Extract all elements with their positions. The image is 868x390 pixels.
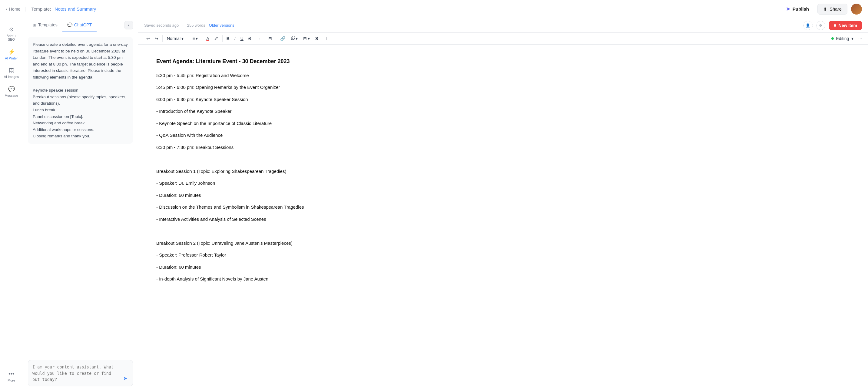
share-button[interactable]: ⬆ Share (817, 4, 847, 15)
editing-section[interactable]: Editing ▾ ··· (831, 36, 862, 41)
format-toolbar: ↩ ↪ Normal ▾ ≡ ▾ A 🖊 B (138, 33, 868, 45)
top-bar-left: ‹ Home | Template: Notes and Summary (6, 6, 96, 12)
more-format-button[interactable]: ☐ (321, 34, 330, 43)
editor-line: 6:30 pm - 7:30 pm: Breakout Sessions (156, 143, 850, 151)
meta-separator: · (182, 23, 184, 28)
text-color-icon: A (206, 36, 209, 41)
sidebar: ⊙ Brief + SEO ⚡ AI Writer 🖼 AI Images 💬 … (0, 18, 23, 390)
bullet-list-button[interactable]: ≔ (257, 34, 266, 43)
chevron-left-icon: ‹ (6, 7, 7, 11)
editor-line: - Duration: 60 minutes (156, 263, 850, 271)
editor-area: Saved seconds ago · 255 words Older vers… (138, 18, 868, 390)
align-chevron: ▾ (196, 36, 198, 41)
new-item-label: New Item (839, 23, 857, 28)
link-button[interactable]: 🔗 (278, 34, 287, 43)
top-bar: ‹ Home | Template: Notes and Summary ➤ P… (0, 0, 868, 18)
new-item-button[interactable]: New Item (829, 21, 862, 30)
underline-button[interactable]: U (238, 34, 246, 43)
templates-tab-icon: ⊞ (33, 23, 36, 27)
highlight-icon: 🖊 (214, 36, 218, 41)
editing-dot (831, 37, 834, 40)
toolbar-sep-4 (222, 35, 223, 42)
sidebar-item-label: AI Writer (5, 56, 18, 60)
toolbar-sep-1 (162, 35, 163, 42)
editing-label: Editing (836, 36, 849, 41)
italic-icon: I (235, 36, 236, 41)
ordered-list-icon: ⊟ (268, 36, 272, 41)
sidebar-item-ai-writer[interactable]: ⚡ AI Writer (1, 46, 22, 63)
chat-message: Please create a detailed event agenda fo… (28, 37, 133, 144)
underline-icon: U (241, 36, 244, 41)
panel-content: Please create a detailed event agenda fo… (23, 32, 138, 356)
send-icon: ➤ (123, 376, 127, 381)
table-dropdown[interactable]: ⊞ ▾ (301, 34, 312, 43)
strikethrough-button[interactable]: S (246, 34, 253, 43)
sidebar-item-ai-images[interactable]: 🖼 AI Images (1, 64, 22, 82)
user-icon: 👤 (806, 23, 810, 28)
chat-input[interactable] (32, 364, 120, 383)
editor-line: - Duration: 60 minutes (156, 191, 850, 199)
align-icon: ≡ (192, 36, 195, 41)
strikethrough-icon: S (248, 36, 251, 41)
older-versions-link[interactable]: Older versions (209, 23, 235, 28)
text-color-button[interactable]: A (204, 34, 211, 43)
editor-line: 6:00 pm - 6:30 pm: Keynote Speaker Sessi… (156, 95, 850, 104)
editor-line: Breakout Session 2 (Topic: Unraveling Ja… (156, 239, 850, 247)
ai-writer-icon: ⚡ (8, 49, 15, 55)
align-dropdown[interactable]: ≡ ▾ (190, 34, 200, 43)
chat-message-text: Please create a detailed event agenda fo… (33, 42, 128, 138)
tab-chatgpt-label: ChatGPT (74, 23, 92, 27)
text-style-dropdown[interactable]: Normal ▾ (164, 34, 186, 43)
redo-button[interactable]: ↪ (153, 34, 160, 43)
panel-collapse-button[interactable]: ‹ (124, 21, 133, 29)
publish-button[interactable]: ➤ Publish (781, 4, 814, 14)
word-count: 255 words (187, 23, 205, 28)
publish-icon: ➤ (786, 6, 790, 12)
editing-chevron: ▾ (851, 36, 854, 41)
image-chevron: ▾ (296, 36, 298, 41)
editing-more-icon: ··· (858, 36, 862, 41)
highlight-button[interactable]: 🖊 (212, 34, 220, 43)
doc-meta: Saved seconds ago · 255 words Older vers… (144, 23, 235, 28)
sidebar-item-label: More (7, 379, 15, 382)
sidebar-item-more[interactable]: ••• More (1, 368, 22, 385)
panel-tabs: ⊞ Templates 💬 ChatGPT ‹ (23, 18, 138, 32)
editor-toolbar-top: Saved seconds ago · 255 words Older vers… (138, 18, 868, 33)
message-icon: 💬 (8, 86, 15, 92)
ordered-list-button[interactable]: ⊟ (266, 34, 274, 43)
undo-button[interactable]: ↩ (144, 34, 152, 43)
tab-templates-label: Templates (38, 23, 58, 27)
redo-icon: ↪ (155, 36, 158, 41)
table-icon: ⊞ (303, 36, 307, 41)
editor-line: - Q&A Session with the Audience (156, 131, 850, 139)
more-format-icon: ☐ (323, 36, 328, 41)
editor-line: 5:45 pm - 6:00 pm: Opening Remarks by th… (156, 83, 850, 91)
panel: ⊞ Templates 💬 ChatGPT ‹ Please create a … (23, 18, 138, 390)
sidebar-item-message[interactable]: 💬 Message (1, 83, 22, 101)
avatar[interactable] (851, 4, 862, 15)
bold-button[interactable]: B (224, 34, 232, 43)
editor-line: - Speaker: Dr. Emily Johnson (156, 179, 850, 187)
top-bar-right: ➤ Publish ⬆ Share (781, 4, 862, 15)
breadcrumb-template-name[interactable]: Notes and Summary (55, 6, 96, 11)
sidebar-item-brief-seo[interactable]: ⊙ Brief + SEO (1, 23, 22, 44)
home-link[interactable]: ‹ Home (6, 7, 20, 11)
image-dropdown[interactable]: 🖼 ▾ (288, 34, 300, 43)
bullet-list-icon: ≔ (259, 36, 264, 41)
editor-line: 5:30 pm - 5:45 pm: Registration and Welc… (156, 72, 850, 80)
editor-line: - Interactive Activities and Analysis of… (156, 215, 850, 223)
chat-send-button[interactable]: ➤ (122, 374, 128, 383)
brief-seo-icon: ⊙ (9, 26, 13, 33)
editor-content[interactable]: Event Agenda: Literature Event - 30 Dece… (138, 45, 868, 390)
sidebar-item-label: Message (4, 94, 18, 98)
share-icon: ⬆ (823, 6, 827, 12)
tab-chatgpt[interactable]: 💬 ChatGPT (62, 18, 97, 32)
clear-format-button[interactable]: ✖ (313, 34, 321, 43)
chat-input-wrap: ➤ (28, 360, 133, 386)
more-icon: ••• (8, 371, 14, 377)
toolbar-sep-5 (255, 35, 255, 42)
tab-templates[interactable]: ⊞ Templates (28, 18, 62, 32)
editor-line (156, 155, 850, 163)
italic-button[interactable]: I (232, 34, 238, 43)
breadcrumb-separator: | (25, 6, 26, 12)
